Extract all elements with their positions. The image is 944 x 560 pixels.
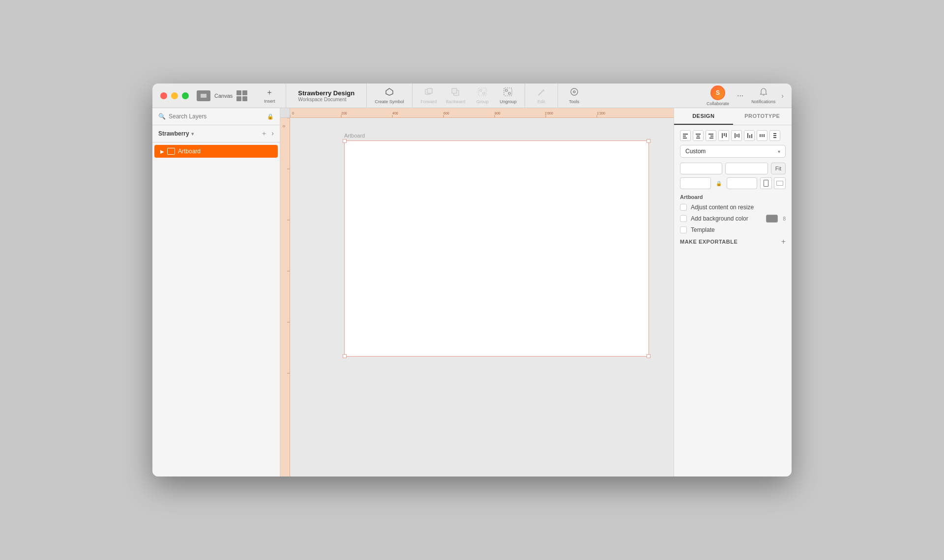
svg-rect-6 (452, 88, 457, 93)
adjust-content-checkbox[interactable] (680, 204, 687, 211)
svg-text:0: 0 (292, 112, 294, 115)
svg-text:0: 0 (282, 125, 286, 127)
svg-point-13 (571, 88, 578, 95)
artboard-icon (167, 148, 175, 155)
artboard-section-title: Artboard (680, 194, 786, 200)
maximize-button[interactable] (182, 92, 189, 99)
svg-rect-49 (709, 138, 713, 139)
add-background-checkbox[interactable] (680, 215, 687, 222)
y-input[interactable] (726, 163, 767, 174)
search-input[interactable] (169, 113, 264, 120)
orientation-buttons (760, 177, 786, 189)
portrait-icon (764, 180, 768, 187)
expand-sidebar-button[interactable]: › (271, 129, 274, 138)
landscape-button[interactable] (774, 177, 786, 189)
x-input[interactable] (680, 163, 722, 174)
svg-rect-7 (478, 88, 486, 96)
lock-icon: 🔒 (267, 113, 274, 120)
align-center-h-button[interactable] (693, 130, 704, 141)
svg-text:800: 800 (495, 112, 501, 115)
more-options-button[interactable]: ··· (735, 89, 745, 102)
backward-button[interactable]: Backward (442, 85, 470, 106)
preset-dropdown[interactable]: Custom ▾ (680, 145, 786, 158)
tab-prototype[interactable]: PROTOTYPE (733, 108, 792, 125)
page-name[interactable]: Strawberry ▾ (158, 130, 194, 137)
collaborate-button[interactable]: S Collaborate (703, 84, 733, 108)
template-checkbox[interactable] (680, 226, 687, 233)
add-export-button[interactable]: + (781, 237, 786, 246)
canvas-content[interactable]: Artboard (290, 118, 674, 476)
forward-button[interactable]: Forward (416, 85, 441, 106)
insert-section: ＋ Insert (253, 84, 286, 108)
template-row: Template (680, 226, 786, 233)
svg-rect-59 (760, 134, 761, 137)
align-right-button[interactable] (706, 130, 716, 141)
resize-handle-tl[interactable] (343, 139, 347, 143)
ruler-corner (280, 108, 290, 118)
align-bottom-button[interactable] (744, 130, 755, 141)
svg-rect-60 (762, 134, 763, 137)
lock-aspect-icon[interactable]: 🔒 (714, 181, 724, 186)
tab-design[interactable]: DESIGN (674, 108, 733, 125)
svg-rect-61 (764, 134, 765, 137)
svg-rect-44 (696, 134, 701, 135)
svg-text:400: 400 (392, 112, 398, 115)
svg-rect-41 (683, 134, 688, 135)
height-input[interactable] (727, 178, 758, 189)
svg-rect-52 (726, 133, 727, 137)
doc-info-section: Strawberry Design Workspace Document (286, 84, 367, 108)
tools-button[interactable]: Tools (562, 85, 587, 106)
group-button[interactable]: Group (470, 85, 495, 106)
svg-text:1'000: 1'000 (545, 112, 553, 115)
svg-rect-50 (722, 133, 723, 138)
background-color-swatch[interactable] (766, 215, 778, 223)
resize-handle-br[interactable] (647, 354, 650, 358)
resize-handle-tr[interactable] (647, 139, 650, 143)
app-window: Canvas ＋ Insert Strawberry Design Worksp… (152, 84, 792, 476)
canvas-view-icon[interactable] (197, 90, 210, 101)
create-symbol-button[interactable]: Create Symbol (371, 85, 408, 106)
minimize-button[interactable] (171, 92, 178, 99)
svg-rect-8 (480, 89, 482, 91)
ruler-vertical: 0 200 400 600 800 1'000 (280, 118, 290, 476)
svg-rect-58 (751, 134, 752, 138)
page-actions: ＋ › (261, 129, 274, 138)
artboard-container[interactable]: Artboard (344, 133, 649, 357)
ruler-horizontal: 0 200 400 600 800 1'000 1'200 (290, 108, 674, 118)
notifications-button[interactable]: Notifications (747, 85, 779, 106)
svg-text:1'200: 1'200 (597, 112, 605, 115)
layer-item-artboard[interactable]: ▶ Artboard (154, 145, 278, 158)
artboard-frame[interactable] (344, 140, 649, 357)
fit-button[interactable]: Fit (771, 163, 786, 174)
grid-view-icon[interactable] (236, 90, 247, 101)
align-top-button[interactable] (718, 130, 729, 141)
color-opacity-indicator: 8 (783, 216, 786, 222)
svg-rect-45 (697, 136, 700, 137)
preset-label: Custom (685, 148, 706, 155)
landscape-icon (776, 181, 783, 186)
svg-text:200: 200 (341, 112, 347, 115)
dimensions-row: W 🔒 H (680, 177, 786, 189)
height-field: H (727, 177, 758, 189)
artboard-label: Artboard (344, 133, 649, 139)
canvas-area[interactable]: 0 200 400 600 800 1'000 1'200 (280, 108, 674, 476)
ungroup-button[interactable]: Ungroup (496, 85, 521, 106)
width-input[interactable] (680, 178, 711, 189)
close-button[interactable] (160, 92, 167, 99)
add-page-button[interactable]: ＋ (261, 129, 267, 138)
adjust-content-label: Adjust content on resize (691, 204, 754, 211)
portrait-button[interactable] (760, 177, 772, 189)
expand-button[interactable]: › (781, 92, 784, 100)
edit-button[interactable]: Edit (529, 85, 554, 106)
distribute-h-button[interactable] (757, 130, 767, 141)
align-center-v-button[interactable] (731, 130, 742, 141)
doc-title: Strawberry Design (298, 89, 354, 97)
export-title: MAKE EXPORTABLE (680, 239, 738, 245)
align-row (680, 130, 786, 141)
insert-button[interactable]: ＋ Insert (257, 85, 282, 106)
resize-handle-bl[interactable] (343, 354, 347, 358)
align-left-button[interactable] (680, 130, 691, 141)
distribute-v-button[interactable] (769, 130, 780, 141)
title-bar: Canvas ＋ Insert Strawberry Design Worksp… (152, 84, 792, 108)
edit-section: Edit (525, 84, 558, 108)
